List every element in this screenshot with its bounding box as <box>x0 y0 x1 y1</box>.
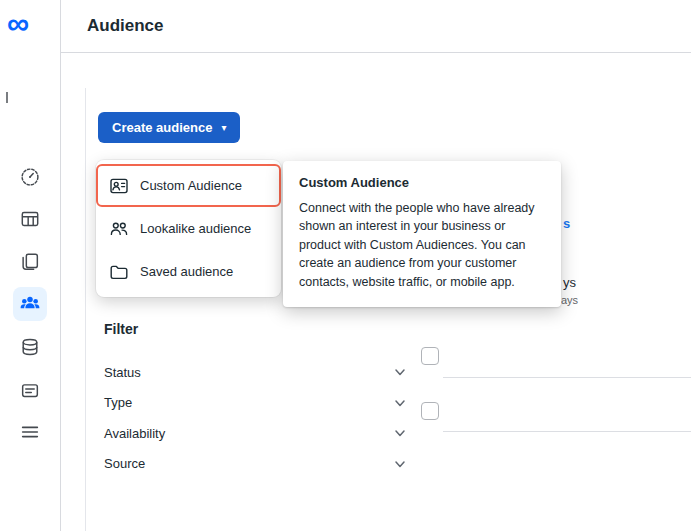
gauge-icon <box>19 166 41 188</box>
lookalike-audience-icon <box>109 219 129 239</box>
meta-logo[interactable]: ∞ <box>7 2 29 46</box>
page-header: Audience <box>61 0 691 53</box>
row-checkbox[interactable] <box>421 347 439 365</box>
filter-row-type[interactable]: Type <box>104 388 407 419</box>
sidebar-item-billing[interactable] <box>13 330 47 364</box>
create-audience-menu: Custom Audience Lookalike audience Saved… <box>96 160 281 297</box>
create-audience-label: Create audience <box>112 120 212 135</box>
ads-manager-screen: ∞ <box>0 0 691 531</box>
filter-row-source[interactable]: Source <box>104 449 407 480</box>
menu-item-label: Saved audience <box>140 264 233 279</box>
sidebar-item-reporting[interactable] <box>13 245 47 279</box>
table-link-fragment[interactable]: s <box>563 216 570 231</box>
filter-row-label: Status <box>104 365 141 380</box>
coins-icon <box>19 336 41 358</box>
filter-row-status[interactable]: Status <box>104 357 407 388</box>
table-row-divider <box>443 431 691 432</box>
filter-title: Filter <box>104 321 138 337</box>
table-cell-subfragment: ays <box>561 294 578 306</box>
table-icon <box>19 208 41 230</box>
tooltip-title: Custom Audience <box>299 175 545 190</box>
sidebar-item-catalog[interactable] <box>13 373 47 407</box>
menu-item-lookalike-audience[interactable]: Lookalike audience <box>96 207 281 250</box>
people-icon <box>19 293 41 315</box>
custom-audience-icon <box>109 176 129 196</box>
filter-row-label: Availability <box>104 426 165 441</box>
menu-item-label: Custom Audience <box>140 178 242 193</box>
sidebar-item-campaigns[interactable] <box>13 202 47 236</box>
sidebar-scroll-tick <box>6 92 8 103</box>
filter-row-label: Type <box>104 395 132 410</box>
layers-icon <box>19 379 41 401</box>
filter-row-label: Source <box>104 456 145 471</box>
saved-audience-icon <box>109 262 129 282</box>
sidebar-item-audiences[interactable] <box>13 287 47 321</box>
chevron-down-icon <box>393 365 407 379</box>
custom-audience-tooltip: Custom Audience Connect with the people … <box>283 161 561 307</box>
menu-item-saved-audience[interactable]: Saved audience <box>96 250 281 293</box>
content-panel-border <box>85 88 86 531</box>
sidebar-item-overview[interactable] <box>13 160 47 194</box>
chevron-down-icon <box>393 457 407 471</box>
chevron-down-icon: ▾ <box>221 123 226 133</box>
filter-row-availability[interactable]: Availability <box>104 418 407 449</box>
sidebar-item-all-tools[interactable] <box>13 415 47 449</box>
chevron-down-icon <box>393 426 407 440</box>
tooltip-body: Connect with the people who have already… <box>299 199 545 291</box>
table-cell-fragment: ys <box>563 275 576 290</box>
hamburger-icon <box>19 421 41 443</box>
pages-icon <box>19 251 41 273</box>
table-row-divider <box>443 377 691 378</box>
chevron-down-icon <box>393 396 407 410</box>
sidebar: ∞ <box>0 0 61 531</box>
filter-rows: Status Type Availability Source <box>104 357 407 479</box>
create-audience-button[interactable]: Create audience ▾ <box>98 112 240 143</box>
row-checkbox[interactable] <box>421 402 439 420</box>
page-title: Audience <box>87 16 164 36</box>
menu-item-custom-audience[interactable]: Custom Audience <box>96 164 281 207</box>
menu-item-label: Lookalike audience <box>140 221 251 236</box>
